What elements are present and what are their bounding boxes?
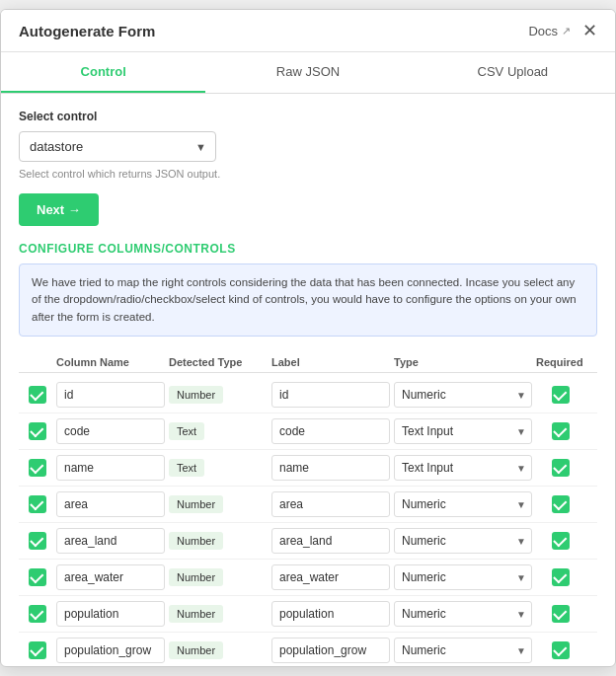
cell-column-name-6 (56, 601, 165, 627)
cell-label-2 (271, 455, 390, 481)
type-select-2[interactable]: NumericText InputDropdownRadioCheckboxSe… (394, 455, 532, 481)
required-checkbox-1[interactable] (552, 422, 570, 440)
detected-type-badge-7: Number (169, 641, 223, 659)
docs-link[interactable]: Docs ↗ (528, 24, 571, 38)
label-input-0[interactable] (271, 382, 390, 408)
column-name-input-0[interactable] (56, 382, 165, 408)
column-name-input-5[interactable] (56, 564, 165, 590)
checkbox-6[interactable] (29, 605, 46, 623)
detected-type-badge-4: Number (169, 532, 223, 550)
next-button[interactable]: Next → (19, 193, 99, 226)
label-input-2[interactable] (271, 455, 390, 481)
column-name-input-2[interactable] (56, 455, 165, 481)
label-input-3[interactable] (271, 491, 390, 517)
tab-raw-json[interactable]: Raw JSON (205, 52, 410, 93)
type-select-6[interactable]: NumericText InputDropdownRadioCheckboxSe… (394, 601, 532, 627)
cell-type-select-wrapper-4: NumericText InputDropdownRadioCheckboxSe… (394, 528, 532, 554)
table-header: Column Name Detected Type Label Type Req… (19, 352, 597, 373)
row-checkbox-2[interactable] (23, 459, 52, 477)
header-required: Required (536, 356, 585, 368)
required-checkbox-2[interactable] (552, 459, 570, 477)
cell-required-7[interactable] (536, 641, 585, 659)
required-checkbox-7[interactable] (552, 641, 570, 659)
column-name-input-1[interactable] (56, 418, 165, 444)
checkbox-2[interactable] (29, 459, 46, 477)
autogenerate-form-modal: Autogenerate Form Docs ↗ ✕ Control Raw J… (0, 9, 616, 667)
cell-column-name-3 (56, 491, 165, 517)
type-select-1[interactable]: NumericText InputDropdownRadioCheckboxSe… (394, 418, 532, 444)
checkbox-7[interactable] (29, 641, 46, 659)
external-link-icon: ↗ (562, 25, 571, 38)
table-row: Number NumericText InputDropdownRadioChe… (19, 596, 597, 633)
column-name-input-7[interactable] (56, 638, 165, 663)
header-column-name: Column Name (56, 356, 165, 368)
type-select-3[interactable]: NumericText InputDropdownRadioCheckboxSe… (394, 491, 532, 517)
cell-required-0[interactable] (536, 386, 585, 404)
modal-header: Autogenerate Form Docs ↗ ✕ (1, 10, 615, 52)
cell-column-name-7 (56, 638, 165, 663)
table-row: Number NumericText InputDropdownRadioChe… (19, 523, 597, 560)
checkbox-5[interactable] (29, 568, 46, 586)
configure-title: CONFIGURE COLUMNS/CONTROLS (19, 242, 597, 256)
required-checkbox-0[interactable] (552, 386, 570, 404)
required-checkbox-5[interactable] (552, 568, 570, 586)
column-name-input-3[interactable] (56, 491, 165, 517)
cell-label-4 (271, 528, 390, 554)
row-checkbox-4[interactable] (23, 532, 52, 550)
cell-required-6[interactable] (536, 605, 585, 623)
checkbox-3[interactable] (29, 495, 46, 513)
label-input-7[interactable] (271, 638, 390, 663)
cell-required-2[interactable] (536, 459, 585, 477)
row-checkbox-7[interactable] (23, 641, 52, 659)
cell-type-select-wrapper-5: NumericText InputDropdownRadioCheckboxSe… (394, 564, 532, 590)
cell-column-name-2 (56, 455, 165, 481)
cell-type-select-wrapper-1: NumericText InputDropdownRadioCheckboxSe… (394, 418, 532, 444)
required-checkbox-6[interactable] (552, 605, 570, 623)
control-select-wrapper: datastore ▼ (19, 131, 216, 162)
cell-type-select-wrapper-3: NumericText InputDropdownRadioCheckboxSe… (394, 491, 532, 517)
cell-column-name-5 (56, 564, 165, 590)
cell-label-5 (271, 564, 390, 590)
column-name-input-4[interactable] (56, 528, 165, 554)
checkbox-4[interactable] (29, 532, 46, 550)
row-checkbox-1[interactable] (23, 422, 52, 440)
row-checkbox-0[interactable] (23, 386, 52, 404)
label-input-1[interactable] (271, 418, 390, 444)
type-select-0[interactable]: NumericText InputDropdownRadioCheckboxSe… (394, 382, 532, 408)
cell-required-4[interactable] (536, 532, 585, 550)
cell-required-3[interactable] (536, 495, 585, 513)
row-checkbox-3[interactable] (23, 495, 52, 513)
required-checkbox-3[interactable] (552, 495, 570, 513)
table-row: Text NumericText InputDropdownRadioCheck… (19, 450, 597, 487)
cell-required-5[interactable] (536, 568, 585, 586)
label-input-6[interactable] (271, 601, 390, 627)
required-checkbox-4[interactable] (552, 532, 570, 550)
checkbox-1[interactable] (29, 422, 46, 440)
type-select-4[interactable]: NumericText InputDropdownRadioCheckboxSe… (394, 528, 532, 554)
cell-label-6 (271, 601, 390, 627)
cell-detected-type-7: Number (169, 641, 268, 659)
cell-column-name-4 (56, 528, 165, 554)
header-type: Type (394, 356, 532, 368)
tab-control[interactable]: Control (1, 52, 205, 93)
type-select-5[interactable]: NumericText InputDropdownRadioCheckboxSe… (394, 564, 532, 590)
row-checkbox-5[interactable] (23, 568, 52, 586)
header-detected-type: Detected Type (169, 356, 268, 368)
row-checkbox-6[interactable] (23, 605, 52, 623)
control-select[interactable]: datastore (19, 131, 216, 162)
cell-label-7 (271, 638, 390, 663)
column-name-input-6[interactable] (56, 601, 165, 627)
cell-detected-type-0: Number (169, 386, 268, 404)
cell-type-select-wrapper-2: NumericText InputDropdownRadioCheckboxSe… (394, 455, 532, 481)
cell-detected-type-2: Text (169, 459, 268, 477)
tab-csv-upload[interactable]: CSV Upload (411, 52, 615, 93)
cell-label-0 (271, 382, 390, 408)
cell-detected-type-4: Number (169, 532, 268, 550)
label-input-5[interactable] (271, 564, 390, 590)
info-box: We have tried to map the right controls … (19, 263, 597, 337)
type-select-7[interactable]: NumericText InputDropdownRadioCheckboxSe… (394, 638, 532, 663)
close-button[interactable]: ✕ (582, 22, 597, 39)
label-input-4[interactable] (271, 528, 390, 554)
checkbox-0[interactable] (29, 386, 46, 404)
cell-required-1[interactable] (536, 422, 585, 440)
